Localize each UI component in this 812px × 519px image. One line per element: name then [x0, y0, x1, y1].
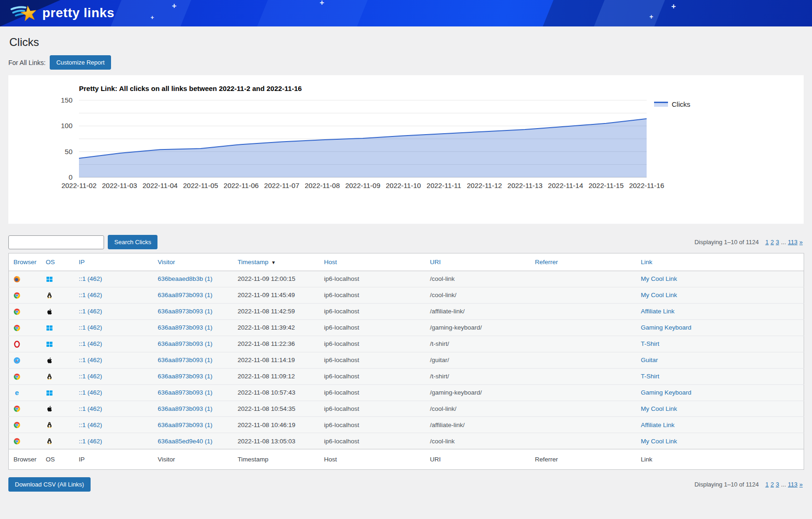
svg-text:2022-11-10: 2022-11-10: [386, 182, 421, 189]
link-cell: T-Shirt: [636, 336, 804, 352]
column-header-ip: IP: [74, 449, 153, 470]
pretty-link-name[interactable]: Guitar: [641, 357, 658, 363]
ip-link[interactable]: ::1 (462): [79, 340, 102, 347]
table-row: ::1 (462)636aa8973b093 (1)2022-11-08 11:…: [9, 368, 804, 384]
svg-text:150: 150: [61, 96, 72, 104]
table-row: ::1 (462)636aa8973b093 (1)2022-11-08 10:…: [9, 401, 804, 417]
page-link-3[interactable]: 3: [776, 481, 779, 488]
visitor-link[interactable]: 636aa8973b093 (1): [158, 405, 213, 412]
svg-text:2022-11-04: 2022-11-04: [143, 182, 178, 189]
visitor-link[interactable]: 636aa8973b093 (1): [158, 324, 213, 331]
ip-link[interactable]: ::1 (462): [79, 324, 102, 331]
ip-link[interactable]: ::1 (462): [79, 275, 102, 282]
pretty-link-name[interactable]: Affiliate Link: [641, 308, 675, 315]
visitor-link[interactable]: 636aa8973b093 (1): [158, 292, 213, 298]
pretty-link-name[interactable]: My Cool Link: [641, 438, 677, 445]
column-header-uri: URI: [426, 449, 530, 470]
visitor-link[interactable]: 636aa8973b093 (1): [158, 308, 213, 315]
ip-cell: ::1 (462): [74, 417, 153, 433]
table-row: ::1 (462)636aa85ed9e40 (1)2022-11-08 13:…: [9, 433, 804, 449]
ip-link[interactable]: ::1 (462): [79, 438, 102, 445]
column-header-host[interactable]: Host: [320, 253, 426, 271]
svg-text:2022-11-16: 2022-11-16: [629, 182, 664, 189]
page-link-2[interactable]: 2: [771, 481, 774, 488]
pagination-summary: Displaying 1–10 of 1124: [694, 481, 759, 488]
svg-text:e: e: [15, 389, 19, 396]
linux-icon: [46, 292, 53, 299]
visitor-link[interactable]: 636aa8973b093 (1): [158, 422, 213, 428]
ip-cell: ::1 (462): [74, 303, 153, 319]
visitor-link[interactable]: 636aa8973b093 (1): [158, 340, 213, 347]
svg-text:2022-11-15: 2022-11-15: [589, 182, 624, 189]
column-header-browser[interactable]: Browser: [9, 253, 41, 271]
ip-link[interactable]: ::1 (462): [79, 405, 102, 412]
os-cell: [41, 303, 74, 319]
ip-cell: ::1 (462): [74, 287, 153, 303]
browser-cell: [9, 336, 41, 352]
page-link-1[interactable]: 1: [765, 239, 768, 246]
referrer-cell: [530, 336, 636, 352]
ip-link[interactable]: ::1 (462): [79, 308, 102, 315]
visitor-link[interactable]: 636beaaed8b3b (1): [158, 275, 213, 282]
page-link-113[interactable]: 113: [788, 239, 798, 246]
column-header-os: OS: [41, 449, 74, 470]
column-header-referrer[interactable]: Referrer: [530, 253, 636, 271]
customize-report-button[interactable]: Customize Report: [50, 55, 111, 70]
linux-icon: [46, 422, 53, 428]
column-header-uri[interactable]: URI: [426, 253, 530, 271]
column-header-host: Host: [320, 449, 426, 470]
column-header-ip[interactable]: IP: [74, 253, 153, 271]
next-page-link[interactable]: »: [799, 481, 803, 488]
pretty-link-name[interactable]: My Cool Link: [641, 405, 677, 412]
search-input[interactable]: [8, 235, 104, 249]
svg-text:2022-11-06: 2022-11-06: [223, 182, 259, 189]
pretty-link-name[interactable]: T-Shirt: [641, 373, 660, 380]
referrer-cell: [530, 433, 636, 449]
pretty-link-name[interactable]: Gaming Keyboard: [641, 324, 692, 331]
ip-link[interactable]: ::1 (462): [79, 373, 102, 380]
page-link-113[interactable]: 113: [788, 481, 798, 488]
column-header-visitor[interactable]: Visitor: [153, 253, 233, 271]
ip-cell: ::1 (462): [74, 384, 153, 401]
visitor-link[interactable]: 636aa85ed9e40 (1): [158, 438, 213, 445]
pretty-link-name[interactable]: My Cool Link: [641, 275, 677, 282]
uri-cell: /guitar/: [426, 352, 530, 368]
svg-text:2022-11-13: 2022-11-13: [507, 182, 543, 189]
ip-link[interactable]: ::1 (462): [79, 422, 102, 428]
ip-link[interactable]: ::1 (462): [79, 292, 102, 298]
search-clicks-button[interactable]: Search Clicks: [108, 235, 157, 249]
uri-cell: /cool-link/: [426, 401, 530, 417]
next-page-link[interactable]: »: [799, 239, 803, 246]
column-header-os[interactable]: OS: [41, 253, 74, 271]
link-cell: Affiliate Link: [636, 417, 804, 433]
header-stripe: [256, 0, 369, 26]
pretty-links-star-icon: [10, 3, 38, 23]
pretty-link-name[interactable]: Affiliate Link: [641, 422, 675, 428]
browser-cell: [9, 271, 41, 287]
page-link-2[interactable]: 2: [771, 239, 774, 246]
chrome-icon: [13, 422, 20, 428]
ip-link[interactable]: ::1 (462): [79, 389, 102, 396]
visitor-link[interactable]: 636aa8973b093 (1): [158, 389, 213, 396]
table-row: e::1 (462)636aa8973b093 (1)2022-11-08 10…: [9, 384, 804, 401]
visitor-link[interactable]: 636aa8973b093 (1): [158, 373, 213, 380]
referrer-cell: [530, 287, 636, 303]
timestamp-cell: 2022-11-08 10:46:19: [233, 417, 320, 433]
page-link-3[interactable]: 3: [776, 239, 779, 246]
column-header-link[interactable]: Link: [636, 253, 804, 271]
app-header: + + + + + pretty links: [0, 0, 812, 26]
os-cell: [41, 384, 74, 401]
svg-text:2022-11-14: 2022-11-14: [548, 182, 583, 189]
svg-text:2022-11-03: 2022-11-03: [102, 182, 137, 189]
visitor-link[interactable]: 636aa8973b093 (1): [158, 357, 213, 363]
host-cell: ip6-localhost: [320, 319, 426, 336]
download-csv-button[interactable]: Download CSV (All Links): [8, 477, 91, 492]
timestamp-cell: 2022-11-08 11:14:19: [233, 352, 320, 368]
table-row: ::1 (462)636aa8973b093 (1)2022-11-08 11:…: [9, 336, 804, 352]
column-header-timestamp[interactable]: Timestamp▼: [233, 253, 320, 271]
pretty-link-name[interactable]: T-Shirt: [641, 340, 660, 347]
pretty-link-name[interactable]: My Cool Link: [641, 292, 677, 298]
pretty-link-name[interactable]: Gaming Keyboard: [641, 389, 692, 396]
ip-link[interactable]: ::1 (462): [79, 357, 102, 363]
page-link-1[interactable]: 1: [765, 481, 768, 488]
